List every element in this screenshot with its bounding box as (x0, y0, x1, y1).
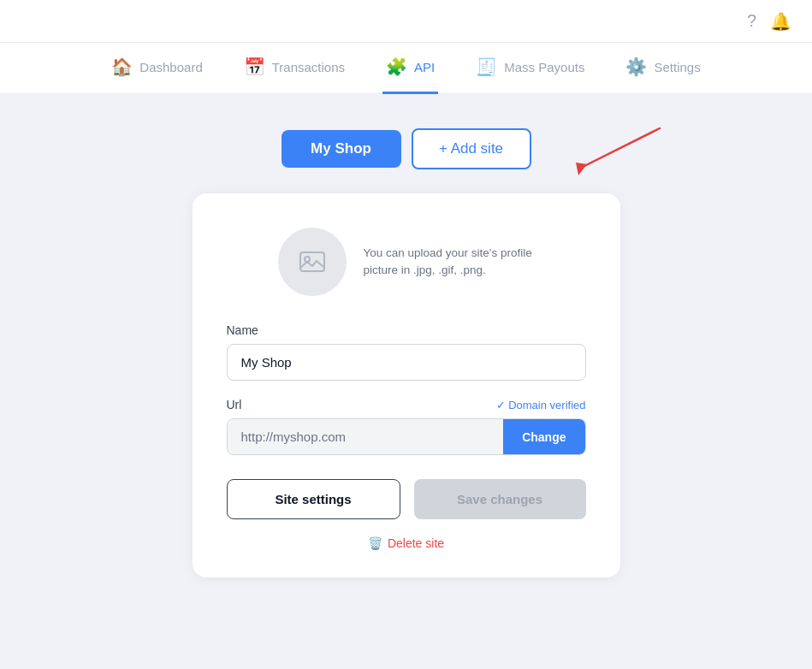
delete-label: Delete site (388, 536, 444, 550)
nav-label-dashboard: Dashboard (139, 60, 202, 74)
name-input[interactable] (227, 344, 586, 381)
help-icon[interactable]: ? (747, 11, 756, 31)
nav-item-settings[interactable]: ⚙️ Settings (622, 43, 703, 94)
upload-hint: You can upload your site's profile pictu… (364, 245, 535, 280)
svg-rect-1 (300, 252, 324, 271)
my-shop-button[interactable]: My Shop (282, 130, 401, 168)
trash-icon: 🗑️ (368, 536, 382, 550)
main-content: My Shop + Add site You can uplo (0, 94, 812, 612)
change-url-button[interactable]: Change (503, 419, 584, 454)
nav-label-mass-payouts: Mass Payouts (504, 60, 584, 74)
bell-icon[interactable]: 🔔 (770, 11, 791, 32)
domain-verified-badge: ✓ Domain verified (496, 399, 586, 411)
nav-item-mass-payouts[interactable]: 🧾 Mass Payouts (472, 43, 588, 94)
save-changes-button[interactable]: Save changes (414, 479, 586, 519)
upload-area: You can upload your site's profile pictu… (227, 228, 586, 296)
svg-marker-0 (576, 163, 587, 175)
name-field-group: Name (227, 323, 586, 381)
top-bar: ? 🔔 (0, 0, 812, 43)
url-label-row: Url ✓ Domain verified (227, 398, 586, 411)
url-input[interactable] (228, 419, 504, 454)
delete-site-button[interactable]: 🗑️ Delete site (368, 536, 444, 550)
avatar-upload[interactable] (278, 228, 347, 296)
transactions-icon: 📅 (244, 56, 265, 77)
dashboard-icon: 🏠 (111, 56, 133, 77)
site-selector: My Shop + Add site (282, 128, 531, 169)
delete-row: 🗑️ Delete site (227, 536, 586, 550)
name-label: Name (227, 323, 586, 337)
settings-card: You can upload your site's profile pictu… (193, 193, 620, 577)
settings-icon: ⚙️ (625, 56, 647, 77)
mass-payouts-icon: 🧾 (476, 56, 497, 77)
action-buttons: Site settings Save changes (227, 479, 586, 519)
nav-label-transactions: Transactions (272, 60, 345, 74)
url-field-group: Url ✓ Domain verified Change (227, 398, 586, 455)
site-settings-button[interactable]: Site settings (227, 479, 400, 519)
top-bar-icons: ? 🔔 (747, 11, 791, 32)
url-input-row: Change (227, 418, 586, 455)
url-label: Url (227, 398, 242, 411)
nav-label-api: API (414, 60, 435, 74)
nav-item-api[interactable]: 🧩 API (382, 43, 438, 94)
add-site-button[interactable]: + Add site (412, 128, 531, 169)
arrow-annotation (540, 120, 677, 183)
nav-item-dashboard[interactable]: 🏠 Dashboard (108, 43, 205, 94)
navigation: 🏠 Dashboard 📅 Transactions 🧩 API 🧾 Mass … (0, 43, 812, 94)
api-icon: 🧩 (386, 56, 407, 77)
nav-label-settings: Settings (654, 60, 700, 74)
nav-item-transactions[interactable]: 📅 Transactions (240, 43, 348, 94)
image-placeholder-icon (297, 246, 328, 277)
